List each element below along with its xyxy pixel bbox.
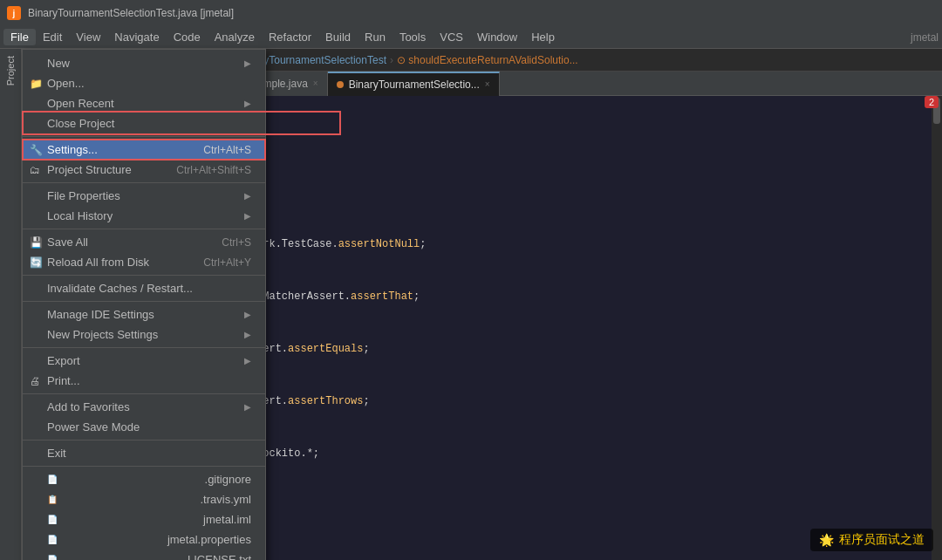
reload-icon: 🔄 [30,256,43,269]
open-label: Open... [47,77,85,90]
separator-7 [23,393,265,394]
menu-navigate[interactable]: Navigate [107,29,166,45]
settings-label: Settings... [47,143,98,156]
breadcrumb-method[interactable]: ⊙ shouldExecuteReturnAValidSolutio... [397,54,578,66]
tab-binary[interactable]: BinaryTournamentSelectio... × [328,72,500,96]
menu-code[interactable]: Code [167,29,208,45]
export-label: Export [47,354,80,367]
menu-item-project-structure[interactable]: 🗂 Project Structure Ctrl+Alt+Shift+S [23,160,265,180]
power-save-label: Power Save Mode [47,420,140,434]
settings-shortcut: Ctrl+Alt+S [203,144,251,156]
error-badge: 2 [925,96,939,108]
project-structure-icon: 🗂 [30,164,40,176]
separator-2 [23,182,265,183]
menu-item-file-properties[interactable]: File Properties ▶ [23,186,265,206]
menu-item-exit[interactable]: Exit [23,443,265,463]
project-name: jmetal [911,31,939,44]
jmetal-iml-label: jmetal.iml [203,513,251,526]
file-properties-label: File Properties [47,189,120,202]
tab-genetic-close[interactable]: × [313,79,318,88]
file-dropdown-menu: New ▶ 📁 Open... Open Recent ▶ Close Proj… [22,49,266,560]
print-label: Print... [47,374,80,387]
menu-item-new[interactable]: New ▶ [23,53,265,73]
reload-shortcut: Ctrl+Alt+Y [203,256,251,269]
menu-view[interactable]: View [69,29,107,45]
menu-item-new-projects[interactable]: New Projects Settings ▶ [23,324,265,345]
close-project-label: Close Project [47,117,114,130]
separator-4 [23,275,265,276]
props-icon: 📄 [47,535,58,544]
sidebar-project-label[interactable]: Project [3,52,17,89]
license-label: LICENSE.txt [188,553,251,560]
add-favorites-label: Add to Favorites [47,400,130,413]
menu-item-open-recent[interactable]: Open Recent ▶ [23,93,265,113]
travis-label: .travis.yml [201,493,252,506]
menu-item-open[interactable]: 📁 Open... [23,73,265,93]
gitignore-label: .gitignore [205,473,251,486]
menu-item-gitignore[interactable]: 📄 .gitignore [23,469,265,489]
menu-refactor[interactable]: Refactor [262,29,318,45]
menu-item-save-all[interactable]: 💾 Save All Ctrl+S [23,232,265,252]
menu-build[interactable]: Build [318,29,358,45]
menu-vcs[interactable]: VCS [433,29,470,45]
file-properties-arrow: ▶ [244,191,251,201]
save-shortcut: Ctrl+S [222,236,251,249]
separator-3 [23,229,265,229]
new-arrow: ▶ [244,58,251,68]
local-history-arrow: ▶ [244,211,251,221]
watermark: 🌟 程序员面试之道 [810,529,933,551]
project-structure-label: Project Structure [47,163,132,176]
scroll-gutter [932,96,942,560]
sep4: › [390,54,393,66]
menu-item-settings[interactable]: 🔧 Settings... Ctrl+Alt+S [23,140,265,160]
exit-label: Exit [47,447,66,460]
project-sidebar: Project [0,49,22,560]
menu-item-jmetal-props[interactable]: 📄 jmetal.properties [23,529,265,550]
menu-run[interactable]: Run [358,29,392,45]
menu-tools[interactable]: Tools [392,29,433,45]
menu-item-print[interactable]: 🖨 Print... [23,371,265,391]
separator-9 [23,466,265,467]
menu-item-jmetal-iml[interactable]: 📄 jmetal.iml [23,509,265,529]
add-favorites-arrow: ▶ [244,402,251,412]
main-layout: Project New ▶ 📁 Open... Open Recent ▶ [0,49,942,560]
jmetal-props-label: jmetal.properties [167,533,251,546]
menu-edit[interactable]: Edit [36,29,69,45]
open-recent-label: Open Recent [47,97,114,110]
menu-item-travis[interactable]: 📋 .travis.yml [23,489,265,509]
invalidate-label: Invalidate Caches / Restart... [47,282,193,295]
app-icon: j [7,6,21,20]
open-icon: 📁 [30,78,43,90]
menu-item-close-project[interactable]: Close Project [23,113,265,133]
title-bar: j BinaryTournamentSelectionTest.java [jm… [0,0,942,26]
menu-help[interactable]: Help [524,29,562,45]
new-label: New [47,57,70,70]
reload-label: Reload All from Disk [47,256,149,269]
menu-window[interactable]: Window [470,29,524,45]
file-dropdown-overlay: New ▶ 📁 Open... Open Recent ▶ Close Proj… [22,49,266,560]
menu-item-reload[interactable]: 🔄 Reload All from Disk Ctrl+Alt+Y [23,252,265,272]
settings-icon: 🔧 [30,144,43,156]
save-icon: 💾 [30,236,43,249]
license-icon: 📄 [47,555,58,560]
project-structure-shortcut: Ctrl+Alt+Shift+S [176,164,251,176]
tab-binary-close[interactable]: × [485,79,490,89]
menu-bar: File Edit View Navigate Code Analyze Ref… [0,26,942,49]
menu-item-add-favorites[interactable]: Add to Favorites ▶ [23,397,265,417]
menu-item-local-history[interactable]: Local History ▶ [23,206,265,226]
save-all-label: Save All [47,236,88,249]
menu-item-invalidate[interactable]: Invalidate Caches / Restart... [23,278,265,298]
manage-ide-arrow: ▶ [244,310,251,319]
menu-item-license[interactable]: 📄 LICENSE.txt [23,550,265,560]
print-icon: 🖨 [30,375,40,387]
open-recent-arrow: ▶ [244,99,251,108]
menu-item-export[interactable]: Export ▶ [23,351,265,371]
menu-analyze[interactable]: Analyze [208,29,262,45]
tab-dot-orange-binary [337,81,344,88]
new-projects-arrow: ▶ [244,330,251,339]
menu-file[interactable]: File [3,29,36,45]
menu-item-power-save[interactable]: Power Save Mode [23,417,265,437]
menu-item-manage-ide[interactable]: Manage IDE Settings ▶ [23,304,265,324]
new-projects-label: New Projects Settings [47,328,158,341]
tab-binary-label: BinaryTournamentSelectio... [349,79,480,91]
